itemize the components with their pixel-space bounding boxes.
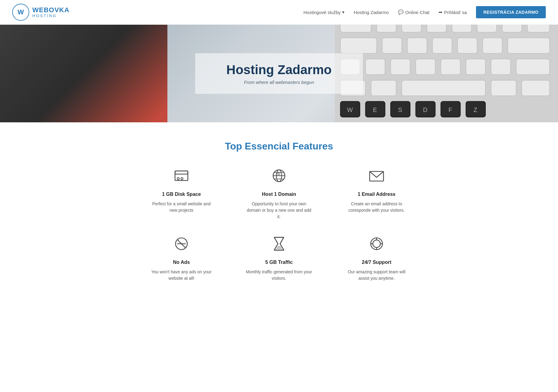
svg-rect-59 [175,171,188,174]
chat-icon: 💬 [398,9,404,15]
logo-letter: W [18,8,24,16]
feature-domain: Host 1 Domain Opportunity to host your o… [239,167,319,220]
svg-point-74 [373,240,381,248]
hero-subtitle: From where all webmasters begun [220,80,338,85]
support-icon [368,235,385,255]
feature-support: 24/7 Support Our amazing support team wi… [337,235,416,282]
feature-traffic: 5 GB Traffic Monthly traffic generated f… [239,235,319,282]
logo-text: WEBOVKA HOSTING [32,6,70,18]
logo-hosting: HOSTING [32,14,70,18]
register-button[interactable]: REGISTRÁCIA ZADARMO [476,6,546,18]
main-nav: Hostingové služby ▾ Hosting Zadarmo 💬 On… [303,6,546,18]
feature-no-ads: No Ads You won't have any ads on your we… [142,235,221,282]
feature-disk-space: 1 GB Disk Space Perfect for a small webs… [142,167,221,220]
globe-icon [270,167,288,187]
no-ads-name: No Ads [173,260,190,265]
nav-prihlasit[interactable]: ➡ Prihlásiť sa [438,9,467,15]
email-name: 1 Email Address [358,192,395,197]
noads-icon [173,235,190,255]
no-ads-desc: You won't have any ads on your website a… [148,269,215,282]
email-icon [368,167,385,187]
logo-icon: W [12,4,29,21]
nav-hostingove-sluzby[interactable]: Hostingové služby ▾ [303,9,345,15]
login-icon: ➡ [438,9,442,15]
hero-title: Hosting Zadarmo [220,63,338,77]
logo-webovka: WEBOVKA [32,6,70,14]
header: W WEBOVKA HOSTING Hostingové služby ▾ Ho… [0,0,558,25]
email-desc: Create an email address to coresponde wi… [343,201,410,214]
hero-content: Hosting Zadarmo From where all webmaster… [195,53,363,94]
disk-space-name: 1 GB Disk Space [162,192,201,197]
traffic-name: 5 GB Traffic [265,260,293,265]
domain-name: Host 1 Domain [262,192,296,197]
hero-section: W E S D F Z X C V Hosting Zadarmo From w… [0,25,558,122]
nav-hosting-zadarmo[interactable]: Hosting Zadarmo [354,10,389,15]
features-grid: 1 GB Disk Space Perfect for a small webs… [142,167,416,282]
disk-icon [173,167,190,187]
svg-point-60 [177,178,179,180]
traffic-desc: Monthly traffic generated from your visi… [245,269,313,282]
support-desc: Our amazing support team will assist you… [343,269,410,282]
logo: W WEBOVKA HOSTING [12,4,70,21]
nav-online-chat[interactable]: 💬 Online Chat [398,9,429,15]
svg-point-61 [181,178,183,180]
domain-desc: Opportunity to host your own domain or b… [245,201,313,220]
disk-space-desc: Perfect for a small website and new proj… [148,201,215,214]
feature-email: 1 Email Address Create an email address … [337,167,416,220]
traffic-icon [270,235,288,255]
features-section: Top Essencial Features 1 GB Disk Space P… [0,122,558,294]
features-title: Top Essencial Features [12,141,546,152]
support-name: 24/7 Support [362,260,392,265]
